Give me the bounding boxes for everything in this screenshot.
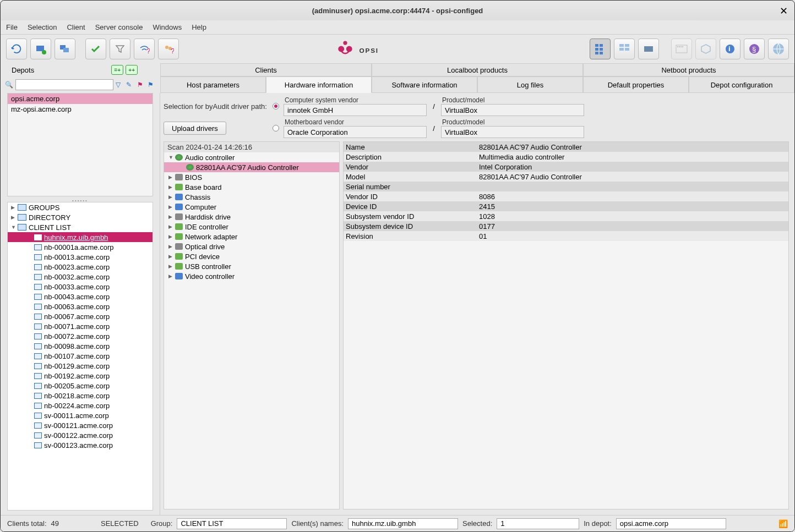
client-item[interactable]: nb-00205.acme.corp [8,381,153,391]
hw-pci[interactable]: ▶PCI device [164,251,339,261]
check-icon[interactable] [85,39,106,59]
tab-depot-config[interactable]: Depot configuration [689,76,794,93]
client-item[interactable]: nb-00033.acme.corp [8,282,153,292]
refresh-icon[interactable] [6,39,27,59]
flag1-icon[interactable]: ⚑ [137,81,145,89]
keyboard-icon[interactable] [671,39,692,59]
pm2-field[interactable] [441,126,584,138]
client-item[interactable]: nb-00032.acme.corp [8,272,153,282]
depot-eq-plus-button[interactable]: =+ [111,65,123,75]
prop-row[interactable]: Vendor ID8086 [344,191,788,201]
radio-mb-vendor[interactable] [273,125,279,131]
gear-info-icon[interactable]: i [720,39,740,59]
client-item[interactable]: sv-000123.acme.corp [8,440,153,450]
client-item[interactable]: nb-00067.acme.corp [8,311,153,321]
menu-selection[interactable]: Selection [28,23,57,31]
cs-vendor-field[interactable] [284,104,427,116]
depot-item[interactable]: opsi.acme.corp [8,94,153,104]
filter-small-icon[interactable]: ▽ [116,81,124,89]
hw-baseboard[interactable]: ▶Base board [164,182,339,192]
prop-row[interactable]: Serial number [344,182,788,191]
view-clients-icon[interactable] [590,39,611,59]
menu-windows[interactable]: Windows [153,23,182,31]
globe-icon[interactable] [768,39,789,59]
depot-item[interactable]: mz-opsi.acme.corp [8,104,153,114]
hw-video[interactable]: ▶Video controller [164,271,339,281]
upload-drivers-button[interactable]: Upload drivers [164,122,226,135]
client-tree[interactable]: ▶ GROUPS ▶ DIRECTORY ▼ CLIENT LIST huhni… [7,202,153,511]
tab-netboot[interactable]: Netboot products [583,63,794,76]
depots-list[interactable]: opsi.acme.corpmz-opsi.acme.corp [7,93,153,196]
tab-localboot[interactable]: Localboot products [372,63,583,76]
multi-client-icon[interactable] [55,39,75,59]
menu-file[interactable]: File [6,23,18,31]
prop-row[interactable]: Name82801AA AC'97 Audio Controller [344,142,788,152]
sb-selected-count-field[interactable] [497,518,579,529]
tab-clients[interactable]: Clients [160,63,372,76]
client-item[interactable]: nb-00224.acme.corp [8,401,153,410]
tree-directory[interactable]: ▶ DIRECTORY [8,212,153,222]
hw-audio-controller[interactable]: ▼Audio controller [164,152,339,162]
tree-groups[interactable]: ▶ GROUPS [8,202,153,212]
users-query-icon[interactable]: ? [158,39,179,59]
sb-group-field[interactable] [177,518,287,529]
prop-row[interactable]: Subsystem vendor ID1028 [344,211,788,221]
tab-software-info[interactable]: Software information [372,76,477,93]
client-item[interactable]: nb-00043.acme.corp [8,292,153,301]
hardware-tree[interactable]: Scan 2024-01-24 14:26:16 ▼Audio controll… [164,141,340,509]
wifi-query-icon[interactable]: ? [134,39,155,59]
client-item[interactable]: nb-00107.acme.corp [8,351,153,361]
search-icon[interactable]: 🔍 [5,81,13,89]
client-item[interactable]: nb-00129.acme.corp [8,361,153,371]
client-item[interactable]: sv-000122.acme.corp [8,430,153,440]
prop-row[interactable]: Device ID2415 [344,201,788,211]
sb-client-names-field[interactable] [348,518,458,529]
view-server-icon[interactable] [638,39,659,59]
client-item[interactable]: nb-00072.acme.corp [8,331,153,341]
tab-hardware-info[interactable]: Hardware information [266,76,372,93]
client-item[interactable]: nb-00218.acme.corp [8,391,153,401]
tree-client-list[interactable]: ▼ CLIENT LIST [8,222,153,232]
hw-netadapter[interactable]: ▶Network adapter [164,232,339,242]
new-client-icon[interactable] [30,39,51,59]
depot-search-input[interactable] [15,79,113,90]
menu-client[interactable]: Client [67,23,85,31]
prop-row[interactable]: Revision01 [344,231,788,241]
tab-host-params[interactable]: Host parameters [160,76,266,93]
mb-vendor-field[interactable] [284,126,427,138]
hw-optical[interactable]: ▶Optical drive [164,242,339,251]
client-item[interactable]: nb-00023.acme.corp [8,262,153,272]
depot-plus-plus-button[interactable]: ++ [126,65,138,75]
flag2-icon[interactable]: ⚑ [148,81,156,89]
client-item[interactable]: nb-00098.acme.corp [8,341,153,351]
client-item[interactable]: nb-00001a.acme.corp [8,242,153,252]
tab-default-props[interactable]: Default properties [583,76,689,93]
hw-computer[interactable]: ▶Computer [164,202,339,212]
client-item[interactable]: sv-000121.acme.corp [8,420,153,430]
hw-chassis[interactable]: ▶Chassis [164,192,339,202]
filter-icon[interactable] [110,39,130,59]
close-icon[interactable]: ✕ [780,5,788,17]
pm1-field[interactable] [441,104,584,116]
hw-audio-item[interactable]: 82801AA AC'97 Audio Controller [164,162,339,172]
menu-help[interactable]: Help [192,23,206,31]
tab-log-files[interactable]: Log files [477,76,583,93]
sb-in-depot-field[interactable] [616,518,726,529]
client-item[interactable]: nb-00013.acme.corp [8,252,153,262]
client-item[interactable]: nb-00071.acme.corp [8,321,153,331]
menu-server-console[interactable]: Server console [95,23,143,31]
hw-usb[interactable]: ▶USB controller [164,261,339,271]
prop-row[interactable]: Subsystem device ID0177 [344,221,788,231]
pin-icon[interactable]: ✎ [126,81,134,89]
prop-row[interactable]: DescriptionMultimedia audio controller [344,152,788,162]
license-icon[interactable]: § [744,39,765,59]
package-icon[interactable] [695,39,716,59]
hw-ide[interactable]: ▶IDE controller [164,222,339,232]
view-tiles-icon[interactable] [614,39,635,59]
client-item[interactable]: huhnix.mz.uib.gmbh [8,232,153,242]
client-item[interactable]: nb-00063.acme.corp [8,301,153,311]
hw-harddisk[interactable]: ▶Harddisk drive [164,212,339,222]
prop-row[interactable]: VendorIntel Corporation [344,162,788,172]
prop-row[interactable]: Model82801AA AC'97 Audio Controller [344,172,788,182]
client-item[interactable]: sv-00011.acme.corp [8,410,153,420]
